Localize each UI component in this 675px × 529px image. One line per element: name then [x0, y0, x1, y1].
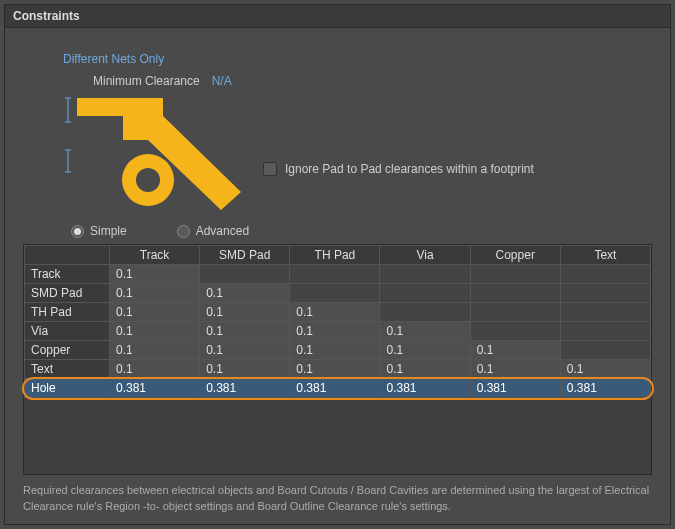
- cell[interactable]: [290, 284, 380, 303]
- clearance-grid: Track SMD Pad TH Pad Via Copper Text Tra…: [23, 244, 652, 475]
- cell[interactable]: [470, 284, 560, 303]
- constraints-panel: Constraints Different Nets Only Minimum …: [4, 4, 671, 525]
- cell[interactable]: 0.1: [200, 360, 290, 379]
- cell[interactable]: 0.1: [110, 341, 200, 360]
- different-nets-link[interactable]: Different Nets Only: [63, 52, 652, 66]
- table-row[interactable]: TH Pad0.10.10.1: [25, 303, 651, 322]
- radio-advanced-label: Advanced: [196, 224, 249, 238]
- cell[interactable]: 0.381: [560, 379, 650, 398]
- cell[interactable]: 0.1: [290, 322, 380, 341]
- col-copper[interactable]: Copper: [470, 246, 560, 265]
- cell[interactable]: 0.1: [380, 341, 470, 360]
- cell[interactable]: [560, 265, 650, 284]
- cell[interactable]: 0.381: [290, 379, 380, 398]
- cell[interactable]: 0.1: [200, 341, 290, 360]
- col-track[interactable]: Track: [110, 246, 200, 265]
- cell[interactable]: [200, 265, 290, 284]
- cell[interactable]: [560, 341, 650, 360]
- cell[interactable]: 0.1: [110, 284, 200, 303]
- mode-radio-group: Simple Advanced: [71, 224, 652, 238]
- col-smdpad[interactable]: SMD Pad: [200, 246, 290, 265]
- cell[interactable]: [380, 284, 470, 303]
- ignore-pad-row: Ignore Pad to Pad clearances within a fo…: [263, 162, 534, 176]
- cell[interactable]: 0.381: [380, 379, 470, 398]
- cell[interactable]: 0.381: [110, 379, 200, 398]
- row-label[interactable]: Hole: [25, 379, 110, 398]
- ignore-pad-label: Ignore Pad to Pad clearances within a fo…: [285, 162, 534, 176]
- table-corner: [25, 246, 110, 265]
- footer-note: Required clearances between electrical o…: [23, 483, 652, 514]
- top-section: Ignore Pad to Pad clearances within a fo…: [23, 92, 652, 212]
- cell[interactable]: [560, 322, 650, 341]
- row-label[interactable]: Track: [25, 265, 110, 284]
- cell[interactable]: [470, 322, 560, 341]
- cell[interactable]: 0.1: [290, 360, 380, 379]
- table-row[interactable]: Text0.10.10.10.10.10.1: [25, 360, 651, 379]
- row-label[interactable]: Text: [25, 360, 110, 379]
- cell[interactable]: [560, 284, 650, 303]
- col-via[interactable]: Via: [380, 246, 470, 265]
- col-text[interactable]: Text: [560, 246, 650, 265]
- cell[interactable]: 0.1: [380, 360, 470, 379]
- cell[interactable]: 0.1: [110, 322, 200, 341]
- row-label[interactable]: Via: [25, 322, 110, 341]
- clearance-table[interactable]: Track SMD Pad TH Pad Via Copper Text Tra…: [24, 245, 651, 398]
- row-label[interactable]: SMD Pad: [25, 284, 110, 303]
- cell[interactable]: [470, 303, 560, 322]
- table-row[interactable]: Track0.1: [25, 265, 651, 284]
- cell[interactable]: 0.1: [110, 265, 200, 284]
- clearance-diagram: [53, 92, 243, 212]
- panel-content: Different Nets Only Minimum Clearance N/…: [5, 28, 670, 524]
- row-label[interactable]: TH Pad: [25, 303, 110, 322]
- radio-simple-icon: [71, 225, 84, 238]
- panel-title: Constraints: [5, 5, 670, 28]
- cell[interactable]: 0.1: [470, 341, 560, 360]
- cell[interactable]: [380, 303, 470, 322]
- cell[interactable]: [560, 303, 650, 322]
- row-label[interactable]: Copper: [25, 341, 110, 360]
- col-thpad[interactable]: TH Pad: [290, 246, 380, 265]
- cell[interactable]: 0.1: [380, 322, 470, 341]
- cell[interactable]: 0.1: [110, 360, 200, 379]
- radio-simple-label: Simple: [90, 224, 127, 238]
- cell[interactable]: 0.1: [200, 322, 290, 341]
- cell[interactable]: [470, 265, 560, 284]
- cell[interactable]: 0.1: [200, 303, 290, 322]
- svg-point-1: [136, 168, 160, 192]
- cell[interactable]: [290, 265, 380, 284]
- min-clearance-row: Minimum Clearance N/A: [93, 74, 652, 88]
- cell[interactable]: 0.1: [110, 303, 200, 322]
- cell[interactable]: 0.1: [470, 360, 560, 379]
- radio-simple[interactable]: Simple: [71, 224, 127, 238]
- ignore-pad-checkbox[interactable]: [263, 162, 277, 176]
- min-clearance-label: Minimum Clearance: [93, 74, 200, 88]
- table-row[interactable]: Copper0.10.10.10.10.1: [25, 341, 651, 360]
- cell[interactable]: 0.1: [290, 341, 380, 360]
- cell[interactable]: 0.1: [560, 360, 650, 379]
- table-row[interactable]: SMD Pad0.10.1: [25, 284, 651, 303]
- radio-advanced-icon: [177, 225, 190, 238]
- table-row[interactable]: Hole0.3810.3810.3810.3810.3810.381: [25, 379, 651, 398]
- cell[interactable]: 0.381: [200, 379, 290, 398]
- table-header-row: Track SMD Pad TH Pad Via Copper Text: [25, 246, 651, 265]
- cell[interactable]: [380, 265, 470, 284]
- min-clearance-value[interactable]: N/A: [212, 74, 232, 88]
- table-row[interactable]: Via0.10.10.10.1: [25, 322, 651, 341]
- radio-advanced[interactable]: Advanced: [177, 224, 249, 238]
- cell[interactable]: 0.381: [470, 379, 560, 398]
- cell[interactable]: 0.1: [200, 284, 290, 303]
- cell[interactable]: 0.1: [290, 303, 380, 322]
